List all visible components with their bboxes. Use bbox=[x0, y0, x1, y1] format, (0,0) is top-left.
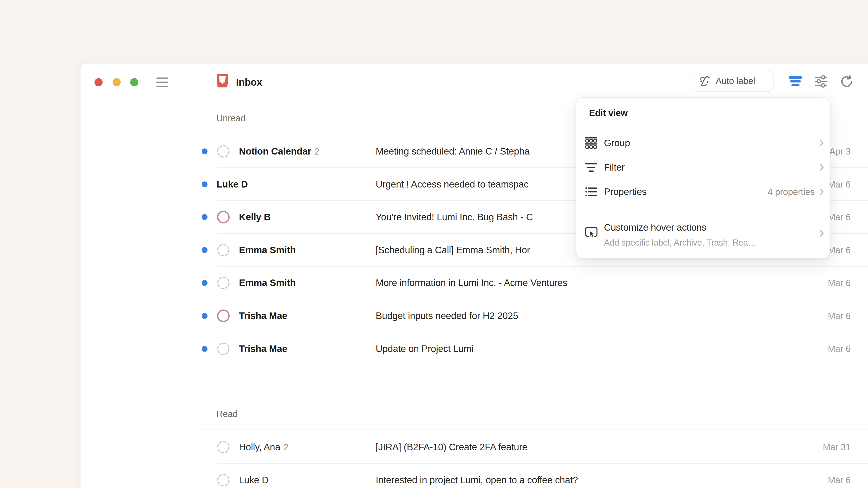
email-subject: You're Invited! Lumi Inc. Bug Bash - C bbox=[376, 212, 533, 223]
unread-dot-icon bbox=[202, 280, 208, 286]
sender-name: Holly, Ana2 bbox=[239, 442, 288, 453]
sender-name: Kelly B bbox=[239, 212, 271, 223]
chevron-right-icon bbox=[819, 188, 824, 195]
unread-dot-icon bbox=[202, 214, 208, 220]
chevron-right-icon bbox=[819, 139, 824, 147]
properties-count: 4 properties bbox=[768, 187, 815, 197]
unread-dot-icon bbox=[202, 346, 208, 352]
email-subject: Meeting scheduled: Annie C / Stepha bbox=[376, 146, 530, 157]
filter-active-icon[interactable] bbox=[789, 75, 802, 88]
unread-dot-icon bbox=[202, 149, 208, 154]
menu-item-label: Customize hover actions bbox=[604, 222, 706, 233]
menu-item-properties[interactable]: Properties 4 properties bbox=[577, 180, 830, 204]
menu-item-label: Properties bbox=[604, 186, 647, 197]
sender-name: Notion Calendar2 bbox=[239, 146, 319, 157]
filter-icon bbox=[585, 161, 597, 173]
screen: Inbox Auto label bbox=[0, 0, 868, 488]
sidebar-menu-icon[interactable] bbox=[156, 77, 168, 88]
email-date: Mar 6 bbox=[828, 344, 850, 354]
email-date: Mar 6 bbox=[828, 278, 850, 288]
sender-name: Emma Smith bbox=[239, 278, 296, 288]
unread-dot-icon bbox=[202, 247, 208, 253]
avatar[interactable] bbox=[217, 474, 230, 487]
thread-count: 2 bbox=[311, 147, 319, 156]
menu-item-customize-hover-actions[interactable]: Customize hover actions Add specific lab… bbox=[577, 212, 830, 254]
email-date: Mar 6 bbox=[828, 311, 850, 321]
sender-name: Trisha Mae bbox=[239, 344, 287, 354]
menu-item-group[interactable]: Group bbox=[577, 131, 830, 155]
menu-item-label: Group bbox=[604, 138, 630, 149]
chevron-right-icon bbox=[819, 164, 824, 171]
email-date: Mar 6 bbox=[828, 245, 850, 255]
menu-item-filter[interactable]: Filter bbox=[577, 155, 830, 180]
popover-title: Edit view bbox=[589, 108, 628, 118]
email-row[interactable]: Trisha MaeUpdate on Project LumiMar 6 bbox=[81, 332, 868, 365]
email-row[interactable]: Holly, Ana2[JIRA] (B2FA-10) Create 2FA f… bbox=[81, 431, 868, 464]
hover-actions-cursor-icon bbox=[585, 226, 597, 238]
thread-count: 2 bbox=[280, 442, 288, 452]
edit-view-popover: Edit view Group bbox=[576, 97, 830, 258]
window-zoom-button[interactable] bbox=[130, 78, 138, 86]
email-subject: Interested in project Lumi, open to a co… bbox=[376, 475, 578, 486]
email-subject: Urgent ! Access needed to teamspac bbox=[376, 179, 528, 190]
email-date: Apr 3 bbox=[829, 147, 850, 157]
sender-name: Emma Smith bbox=[239, 245, 296, 256]
email-subject: [JIRA] (B2FA-10) Create 2FA feature bbox=[376, 442, 527, 453]
unread-dot-icon bbox=[202, 182, 208, 187]
avatar[interactable] bbox=[217, 145, 230, 158]
avatar[interactable] bbox=[217, 441, 230, 454]
email-date: Mar 31 bbox=[823, 442, 850, 452]
email-subject: Budget inputs needed for H2 2025 bbox=[376, 311, 518, 321]
avatar[interactable] bbox=[217, 210, 230, 224]
section-divider bbox=[201, 429, 868, 429]
avatar[interactable] bbox=[217, 309, 230, 322]
avatar[interactable] bbox=[217, 243, 230, 257]
page-title: Inbox bbox=[236, 76, 262, 88]
window-minimize-button[interactable] bbox=[113, 78, 121, 86]
email-date: Mar 6 bbox=[828, 179, 850, 189]
sender-name: Luke D bbox=[239, 475, 269, 486]
email-row[interactable]: Luke DInterested in project Lumi, open t… bbox=[81, 464, 868, 488]
sender-name: Trisha Mae bbox=[239, 311, 287, 321]
refresh-icon[interactable] bbox=[840, 75, 853, 88]
email-date: Mar 6 bbox=[828, 475, 850, 485]
properties-icon bbox=[585, 186, 597, 198]
email-subject: [Scheduling a Call] Emma Smith, Hor bbox=[376, 245, 530, 256]
window-close-button[interactable] bbox=[94, 78, 103, 86]
auto-label-icon bbox=[699, 74, 712, 88]
section-label-read: Read bbox=[216, 409, 238, 419]
auto-label-button[interactable]: Auto label bbox=[692, 70, 774, 92]
inbox-icon bbox=[216, 73, 229, 88]
unread-dot-icon bbox=[202, 313, 208, 319]
section-label-unread: Unread bbox=[216, 113, 246, 123]
view-settings-sliders-icon[interactable] bbox=[815, 75, 827, 88]
email-subject: Update on Project Lumi bbox=[376, 344, 473, 354]
email-date: Mar 6 bbox=[828, 212, 850, 222]
menu-divider bbox=[577, 207, 830, 207]
sender-name: Luke D bbox=[217, 179, 248, 190]
avatar[interactable] bbox=[217, 342, 230, 355]
email-row[interactable]: Trisha MaeBudget inputs needed for H2 20… bbox=[81, 299, 868, 332]
chevron-right-icon bbox=[819, 230, 824, 237]
email-row[interactable]: Emma SmithMore information in Lumi Inc. … bbox=[81, 266, 868, 299]
menu-item-sublabel: Add specific label, Archive, Trash, Rea… bbox=[604, 238, 756, 248]
group-icon bbox=[585, 137, 597, 149]
email-subject: More information in Lumi Inc. - Acme Ven… bbox=[376, 278, 567, 288]
avatar[interactable] bbox=[217, 276, 230, 289]
menu-item-label: Filter bbox=[604, 162, 625, 173]
auto-label-button-label: Auto label bbox=[716, 76, 755, 86]
